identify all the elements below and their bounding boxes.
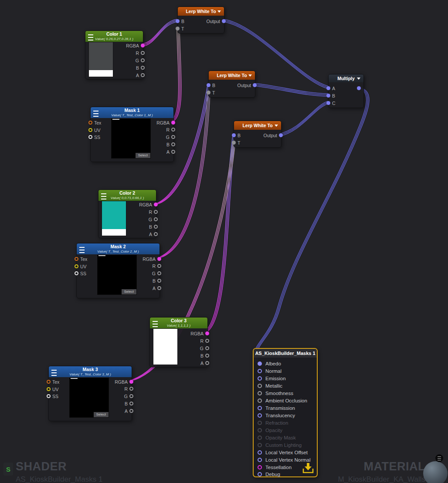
output-port-rgba[interactable]: RGBA	[115, 379, 133, 384]
port-dot[interactable]	[258, 421, 262, 425]
port-dot[interactable]	[258, 428, 262, 432]
master-port-custom-lighting[interactable]: Custom Lighting	[258, 442, 302, 447]
node-header[interactable]: Lerp White To	[209, 71, 255, 80]
input-port-ss[interactable]: SS	[75, 271, 86, 276]
port-dot[interactable]	[171, 121, 175, 125]
port-dot[interactable]	[129, 394, 133, 398]
master-port-translucency[interactable]: Translucency	[258, 413, 295, 418]
port-dot[interactable]	[258, 399, 262, 403]
select-button[interactable]: Select	[94, 412, 109, 417]
output-port-r[interactable]: R	[136, 51, 145, 55]
menu-icon[interactable]	[101, 193, 106, 199]
master-port-emission[interactable]: Emission	[258, 376, 286, 381]
node-lerp-white-to-1[interactable]: Lerp White To B T Output	[177, 7, 224, 34]
port-dot[interactable]	[129, 387, 133, 391]
output-port-rgba[interactable]: RGBA	[190, 331, 209, 336]
port-dot[interactable]	[205, 361, 209, 365]
port-dot[interactable]	[176, 27, 180, 30]
select-button[interactable]: Select	[136, 153, 150, 158]
port-dot[interactable]	[75, 271, 78, 275]
port-dot[interactable]	[253, 83, 257, 87]
input-port-b[interactable]: B	[207, 83, 215, 88]
port-dot[interactable]	[171, 135, 175, 139]
chevron-down-icon[interactable]	[275, 125, 278, 127]
input-port-b[interactable]: B	[326, 93, 335, 98]
port-dot[interactable]	[222, 19, 226, 23]
color-swatch[interactable]	[153, 329, 177, 365]
output-port-b[interactable]: B	[200, 353, 209, 358]
output-port-g[interactable]: G	[136, 58, 145, 63]
node-color-2[interactable]: Color 2 Value( 0,0.71,0.66,1 ) RGBA R G …	[98, 189, 156, 238]
port-dot[interactable]	[258, 450, 262, 455]
master-port-tessellation[interactable]: Tessellation	[258, 465, 292, 469]
port-dot[interactable]	[75, 264, 78, 268]
port-dot[interactable]	[326, 94, 330, 98]
port-dot[interactable]	[258, 361, 262, 366]
output-port-b[interactable]: B	[125, 401, 133, 406]
master-port-albedo[interactable]: Albedo	[258, 361, 281, 366]
port-dot[interactable]	[154, 210, 158, 214]
master-port-refraction[interactable]: Refraction	[258, 420, 288, 425]
port-dot[interactable]	[154, 232, 158, 236]
input-port-ss[interactable]: SS	[47, 394, 58, 399]
port-dot[interactable]	[154, 217, 158, 221]
port-dot[interactable]	[232, 133, 236, 137]
master-port-opacity-mask[interactable]: Opacity Mask	[258, 435, 296, 440]
color-swatch[interactable]	[89, 42, 113, 77]
port-dot[interactable]	[176, 19, 180, 23]
input-port-a[interactable]: A	[326, 86, 335, 91]
port-dot[interactable]	[171, 142, 175, 146]
port-dot[interactable]	[171, 150, 175, 154]
master-port-smoothness[interactable]: Smoothness	[258, 391, 293, 395]
material-menu-button[interactable]	[435, 454, 443, 462]
output-port-a[interactable]: A	[125, 409, 133, 413]
material-preview-sphere[interactable]	[423, 461, 448, 483]
port-dot[interactable]	[88, 135, 92, 139]
port-dot[interactable]	[88, 128, 92, 132]
output-port-a[interactable]: A	[200, 361, 209, 365]
node-mask-1[interactable]: Mask 1 Value( T_Test_Color 1_M ) Select …	[90, 107, 174, 162]
wire-color3-to-lerp3-b[interactable]	[203, 136, 235, 333]
output-port-a[interactable]: A	[153, 286, 161, 290]
node-header[interactable]: Color 2 Value( 0,0.71,0.66,1 )	[98, 190, 156, 201]
port-dot[interactable]	[141, 66, 145, 70]
port-dot[interactable]	[232, 141, 236, 145]
node-header[interactable]: AS_KioskBuilder_Masks 1	[254, 349, 317, 358]
node-master-output[interactable]: AS_KioskBuilder_Masks 1 Albedo Normal Em…	[253, 348, 318, 477]
master-port-metallic[interactable]: Metallic	[258, 383, 282, 388]
input-port-uv[interactable]: UV	[47, 387, 59, 392]
port-dot[interactable]	[207, 83, 210, 87]
master-port-debug[interactable]: Debug	[258, 472, 280, 476]
port-dot[interactable]	[258, 391, 262, 395]
port-dot[interactable]	[171, 128, 175, 132]
port-dot[interactable]	[129, 402, 133, 405]
port-dot[interactable]	[141, 44, 145, 47]
output-port[interactable]: Output	[263, 133, 283, 138]
master-port-normal[interactable]: Normal	[258, 368, 282, 373]
texture-preview[interactable]: Select	[112, 119, 150, 158]
chevron-down-icon[interactable]	[357, 78, 360, 80]
input-port-tex[interactable]: Tex	[47, 379, 59, 384]
port-dot[interactable]	[141, 73, 145, 77]
port-dot[interactable]	[258, 458, 262, 462]
port-dot[interactable]	[207, 91, 210, 95]
texture-preview[interactable]: Select	[70, 378, 109, 417]
output-port-a[interactable]: A	[149, 232, 158, 236]
input-port-tex[interactable]: Tex	[75, 257, 87, 261]
port-dot[interactable]	[205, 354, 209, 358]
output-port-rgba[interactable]: RGBA	[139, 202, 158, 207]
output-port-g[interactable]: G	[166, 135, 175, 139]
menu-icon[interactable]	[79, 247, 85, 253]
port-dot[interactable]	[205, 339, 209, 343]
output-port-g[interactable]: G	[149, 217, 158, 222]
port-dot[interactable]	[326, 101, 330, 105]
port-dot[interactable]	[157, 286, 161, 290]
port-dot[interactable]	[88, 121, 92, 125]
menu-icon[interactable]	[51, 370, 57, 376]
node-mask-3[interactable]: Mask 3 Value( T_Test_Color 3_M ) Select …	[48, 366, 132, 421]
node-header[interactable]: Mask 1 Value( T_Test_Color 1_M )	[91, 107, 173, 118]
node-header[interactable]: Color 1 Value( 0.26,0.27,0.28,1 )	[85, 31, 143, 42]
port-dot[interactable]	[154, 225, 158, 229]
output-port-g[interactable]: G	[152, 271, 161, 276]
node-header[interactable]: Mask 2 Value( T_Test_Color 2_M )	[77, 243, 160, 254]
